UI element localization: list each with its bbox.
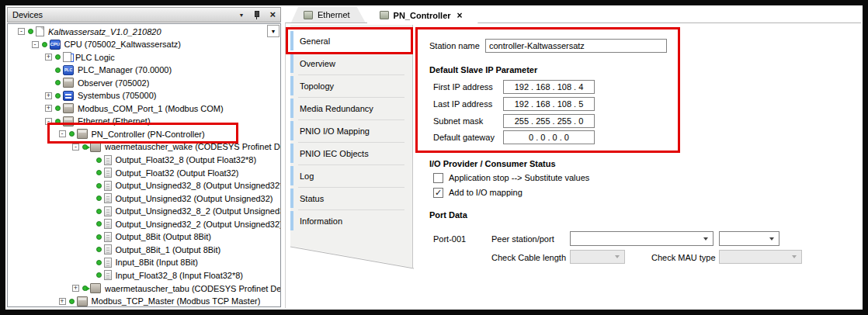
- module-icon: [104, 181, 112, 191]
- status-dot-icon: [55, 119, 61, 124]
- category-tab-log[interactable]: Log: [290, 164, 412, 187]
- tab-close-icon[interactable]: ×: [457, 10, 463, 21]
- ip-field-input[interactable]: [503, 97, 595, 111]
- tree-row[interactable]: - waermetauscher_wake (CODESYS Profinet …: [8, 140, 280, 154]
- tree-row[interactable]: - Kaltwassersatz_V1.0_210820: [8, 25, 280, 38]
- tree-expander-icon[interactable]: -: [72, 144, 79, 151]
- ip-field-input[interactable]: [503, 80, 595, 94]
- tree-row[interactable]: + Modbus_TCP_Master (Modbus TCP Master): [8, 295, 280, 307]
- check-cable-length-combo: [570, 250, 625, 264]
- tree-item-label: Modbus_COM_Port_1 (Modbus COM): [78, 104, 224, 113]
- tree-row[interactable]: PLC_Manager (70.0000): [8, 64, 280, 77]
- tree-expander-icon[interactable]: -: [45, 118, 52, 125]
- tree-expander-icon[interactable]: +: [59, 298, 66, 305]
- tree-expander-icon[interactable]: -: [18, 28, 25, 35]
- category-tab-status[interactable]: Status: [290, 187, 412, 209]
- tree-row[interactable]: Output_Unsigned32 (Output Unsigned32): [8, 192, 280, 205]
- status-dot-icon: [69, 131, 75, 137]
- tree-expander-icon[interactable]: +: [72, 285, 79, 292]
- cpu-icon: [50, 40, 61, 50]
- tree-item-label: PN_Controller (PN-Controller): [92, 130, 205, 139]
- profinet-icon: [90, 283, 101, 293]
- category-tab-pnio-i-o-mapping[interactable]: PNIO I/O Mapping: [290, 119, 412, 142]
- ip-parameter-row: Last IP address: [433, 97, 595, 111]
- tree-item-label: Kaltwassersatz_V1.0_210820: [48, 27, 161, 36]
- checkbox-row[interactable]: Application stop --> Substitute values: [433, 172, 589, 183]
- pin-icon: [253, 10, 260, 19]
- tab-accent-strip-icon: [290, 54, 293, 73]
- check-cable-length-label: Check Cable length: [491, 253, 566, 262]
- tree-row[interactable]: Output_Float32_8 (Output Float32*8): [8, 154, 280, 167]
- category-tab-pnio-iec-objects[interactable]: PNIO IEC Objects: [290, 142, 412, 164]
- category-tab-topology[interactable]: Topology: [290, 74, 412, 97]
- tree-row[interactable]: Output_Float32 (Output Float32): [8, 166, 280, 179]
- tree-row[interactable]: + Systembus (705000): [8, 89, 280, 102]
- category-tab-overview[interactable]: Overview: [290, 52, 412, 74]
- station-name-input[interactable]: [485, 39, 667, 53]
- tree-row[interactable]: + waermetauscher_tabu (CODESYS Profinet …: [8, 282, 280, 295]
- tree-item-label: PLC_Manager (70.0000): [78, 65, 172, 74]
- tree-item-label: Output_Float32 (Output Float32): [116, 168, 239, 178]
- tab-pn-controller[interactable]: PN_Controller ×: [367, 7, 478, 23]
- ip-field-input[interactable]: [503, 114, 595, 128]
- tree-row[interactable]: Input_8Bit (Input 8Bit): [8, 256, 280, 269]
- status-dot-icon: [96, 196, 102, 201]
- tree-expander-icon[interactable]: +: [45, 92, 52, 99]
- tree-row[interactable]: + Modbus_COM_Port_1 (Modbus COM): [8, 102, 280, 115]
- plc-logic-icon: [63, 52, 71, 62]
- tree-item-label: Input_Float32_8 (Input Float32*8): [116, 271, 244, 280]
- tree-row[interactable]: Output_Unsigned32_8_2 (Output Unsigned32…: [8, 205, 280, 218]
- tree-row[interactable]: Output_Unsigned32_8 (Output Unsigned32*8…: [8, 179, 280, 192]
- tree-item-label: Output_Unsigned32 (Output Unsigned32): [116, 194, 273, 203]
- checkbox-label: Application stop --> Substitute values: [449, 173, 589, 182]
- tree-row[interactable]: Output_Unsigned32_2 (Output Unsigned32): [8, 217, 280, 230]
- project-icon: [36, 26, 44, 36]
- tab-accent-strip-icon: [290, 99, 293, 118]
- tree-row[interactable]: - PN_Controller (PN-Controller): [8, 127, 280, 140]
- category-tab-media-redundancy[interactable]: Media Redundancy: [290, 97, 412, 119]
- ip-section-title: Default Slave IP Parameter: [429, 65, 537, 74]
- status-dot-icon: [69, 299, 75, 304]
- checkbox[interactable]: ✓: [433, 188, 443, 198]
- status-dot-icon: [96, 183, 102, 189]
- tree-item-label: Observer (705002): [78, 78, 149, 88]
- module-icon: [104, 168, 112, 178]
- codesys-window: Devices ▼ × ▼ - Kaltwassersatz_V1.0_2108…: [0, 0, 868, 315]
- tree-expander-icon[interactable]: +: [45, 105, 52, 112]
- status-dot-icon: [42, 42, 47, 47]
- tree-item-label: waermetauscher_tabu (CODESYS Profinet De…: [105, 284, 280, 293]
- tree-row[interactable]: Input_Float32_8 (Input Float32*8): [8, 268, 280, 282]
- tree-row[interactable]: Output_8Bit_1 (Output 8Bit): [8, 243, 280, 256]
- tree-row[interactable]: - CPU (705002_Kaltwassersatz): [8, 38, 280, 51]
- category-tab-general[interactable]: General: [290, 29, 412, 52]
- peer-station-combo[interactable]: [570, 231, 713, 246]
- tree-row[interactable]: - Ethernet (Ethernet): [8, 115, 280, 128]
- checkbox[interactable]: [433, 173, 443, 183]
- tab-accent-strip-icon: [290, 189, 293, 208]
- panel-menu-chevron-down-icon[interactable]: ▼: [238, 12, 244, 18]
- tab-accent-strip-icon: [290, 31, 293, 50]
- checkbox-row[interactable]: ✓ Add to I/O mapping: [433, 187, 523, 198]
- panel-close-icon[interactable]: ×: [269, 10, 276, 19]
- tree-expander-icon[interactable]: -: [32, 41, 39, 48]
- tree-row[interactable]: + PLC Logic: [8, 50, 280, 64]
- io-section-title: I/O Provider / Consumer Status: [429, 159, 556, 168]
- ip-field-input[interactable]: [503, 130, 595, 144]
- tree-row[interactable]: Output_8Bit (Output 8Bit): [8, 230, 280, 244]
- module-icon: [104, 206, 112, 216]
- tab-accent-strip-icon: [290, 144, 293, 163]
- device-editor: General Overview Topology Media Redundan…: [285, 22, 861, 308]
- status-dot-icon: [55, 54, 61, 60]
- panel-pin-icon[interactable]: [253, 10, 260, 19]
- combo-arrow-icon: [792, 255, 797, 258]
- status-dot-icon: [96, 247, 102, 252]
- category-tab-information[interactable]: Information: [290, 209, 412, 232]
- peer-port-combo[interactable]: [719, 231, 779, 246]
- tree-row[interactable]: Observer (705002): [8, 76, 280, 89]
- tree-item-label: Systembus (705000): [78, 91, 157, 100]
- tree-dropdown-button[interactable]: ▼: [267, 25, 279, 37]
- combo-arrow-icon: [615, 255, 620, 258]
- tree-expander-icon[interactable]: -: [59, 130, 66, 137]
- tab-ethernet[interactable]: Ethernet: [291, 7, 366, 22]
- tree-expander-icon[interactable]: +: [45, 54, 52, 61]
